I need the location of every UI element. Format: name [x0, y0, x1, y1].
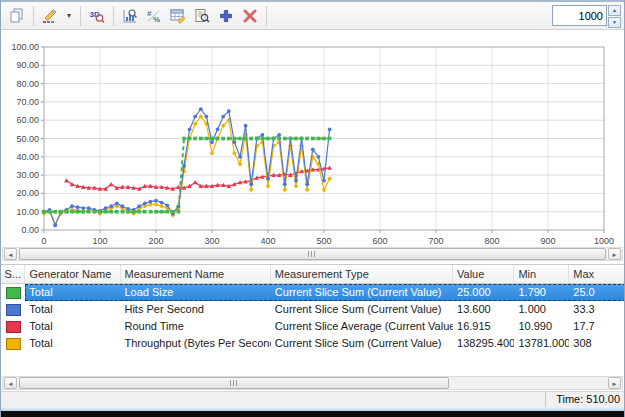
series-color-swatch: [6, 287, 21, 299]
toolbar-separator: [33, 6, 34, 26]
window-frame-bottom: [1, 411, 624, 417]
svg-text:30.00: 30.00: [16, 170, 39, 180]
cell-generator-name: Total: [25, 318, 120, 335]
svg-text:700: 700: [428, 236, 443, 246]
status-time: Time: 510.00: [545, 392, 624, 408]
toolbar: ▾ 3D # %: [1, 2, 624, 30]
svg-text:100: 100: [92, 236, 107, 246]
chart-hscrollbar[interactable]: ◄ ►: [2, 247, 623, 261]
cell-generator-name: Total: [25, 335, 120, 352]
svg-text:50.00: 50.00: [16, 134, 39, 144]
chart-scrollbar-track[interactable]: [18, 248, 607, 260]
table-scrollbar-track[interactable]: [18, 377, 607, 389]
column-header-measurement-type[interactable]: Measurement Type: [271, 265, 453, 283]
scroll-right-icon[interactable]: ►: [608, 377, 621, 389]
table-header: S... Generator Name Measurement Name Mea…: [1, 265, 625, 284]
series-color-swatch: [6, 304, 21, 316]
svg-text:800: 800: [484, 236, 499, 246]
cell-max: 308: [569, 335, 625, 352]
cell-value: 16.915: [453, 318, 514, 335]
svg-text:300: 300: [204, 236, 219, 246]
svg-text:10.00: 10.00: [16, 207, 39, 217]
svg-text:20.00: 20.00: [16, 188, 39, 198]
column-header-scale[interactable]: S...: [1, 265, 25, 283]
chart-zoom-icon[interactable]: [119, 5, 141, 27]
table-scrollbar-thumb[interactable]: [19, 377, 449, 389]
series-color-swatch: [6, 338, 21, 350]
range-spinner-input[interactable]: [552, 5, 607, 26]
cell-max: 33.3: [569, 301, 625, 318]
chevron-down-icon[interactable]: ▾: [63, 5, 75, 27]
column-header-value[interactable]: Value: [453, 265, 514, 283]
cell-scale: [1, 284, 25, 301]
svg-text:500: 500: [316, 236, 331, 246]
svg-text:80.00: 80.00: [16, 79, 39, 89]
svg-text:60.00: 60.00: [16, 115, 39, 125]
table-row[interactable]: TotalLoad SizeCurrent Slice Sum (Current…: [1, 284, 625, 301]
cell-scale: [1, 335, 25, 352]
cell-measurement-type: Current Slice Sum (Current Value): [271, 301, 453, 318]
status-bar: Time: 510.00: [1, 391, 625, 407]
toolbar-separator: [113, 6, 114, 26]
cell-min: 10.990: [514, 318, 569, 335]
table-row[interactable]: TotalHits Per SecondCurrent Slice Sum (C…: [1, 301, 625, 318]
cell-scale: [1, 318, 25, 335]
toolbar-separator: [266, 6, 267, 26]
chart-panel: 0.0010.0020.0030.0040.0050.0060.0070.008…: [1, 30, 625, 246]
svg-text:1000: 1000: [594, 236, 614, 246]
table-hscrollbar[interactable]: ◄ ►: [2, 376, 623, 390]
cell-measurement-type: Current Slice Sum (Current Value): [271, 284, 453, 301]
svg-text:%: %: [153, 15, 160, 24]
svg-text:0: 0: [41, 236, 46, 246]
cell-value: 138295.400: [453, 335, 514, 352]
cell-generator-name: Total: [25, 301, 120, 318]
cell-min: 13781.000: [514, 335, 569, 352]
delete-icon[interactable]: [239, 5, 261, 27]
table-row[interactable]: TotalThroughput (Bytes Per Second)Curren…: [1, 335, 625, 352]
series-color-swatch: [6, 321, 21, 333]
svg-text:200: 200: [148, 236, 163, 246]
column-header-measurement-name[interactable]: Measurement Name: [121, 265, 271, 283]
scroll-right-icon[interactable]: ►: [608, 248, 621, 260]
cell-scale: [1, 301, 25, 318]
cell-min: 1.000: [514, 301, 569, 318]
scrollbar-grip: [308, 251, 317, 257]
column-header-min[interactable]: Min: [514, 265, 569, 283]
toolbar-separator: [80, 6, 81, 26]
svg-text:900: 900: [540, 236, 555, 246]
cell-measurement-name: Round Time: [120, 318, 270, 335]
cell-generator-name: Total: [25, 284, 120, 301]
measurement-monitor-window: ▾ 3D # %: [0, 0, 625, 417]
measurements-table: S... Generator Name Measurement Name Mea…: [1, 264, 625, 376]
column-header-max[interactable]: Max: [569, 265, 625, 283]
edit-chart-icon[interactable]: [39, 5, 61, 27]
copy-icon[interactable]: [6, 5, 28, 27]
column-header-generator-name[interactable]: Generator Name: [25, 265, 120, 283]
svg-text:90.00: 90.00: [16, 60, 39, 70]
spinner-down-icon[interactable]: ▼: [608, 17, 621, 28]
cell-value: 13.600: [453, 301, 514, 318]
scrollbar-grip: [230, 380, 239, 386]
zoom-3d-icon[interactable]: 3D: [86, 5, 108, 27]
svg-text:40.00: 40.00: [16, 152, 39, 162]
svg-text:400: 400: [260, 236, 275, 246]
number-format-icon[interactable]: # %: [143, 5, 165, 27]
svg-text:600: 600: [372, 236, 387, 246]
cell-measurement-type: Current Slice Sum (Current Value): [271, 335, 453, 352]
cell-measurement-name: Throughput (Bytes Per Second): [120, 335, 270, 352]
preview-icon[interactable]: [191, 5, 213, 27]
chart-scrollbar-thumb[interactable]: [19, 248, 606, 260]
measurements-line-chart[interactable]: 0.0010.0020.0030.0040.0050.0060.0070.008…: [1, 30, 625, 246]
svg-text:#: #: [147, 9, 152, 18]
add-icon[interactable]: [215, 5, 237, 27]
spinner-up-icon[interactable]: ▲: [608, 5, 621, 16]
cell-value: 25.000: [453, 284, 514, 301]
edit-table-icon[interactable]: [167, 5, 189, 27]
cell-min: 1.790: [514, 284, 569, 301]
range-spinner: ▲ ▼: [552, 5, 621, 26]
table-row[interactable]: TotalRound TimeCurrent Slice Average (Cu…: [1, 318, 625, 335]
scroll-left-icon[interactable]: ◄: [4, 248, 17, 260]
scroll-left-icon[interactable]: ◄: [4, 377, 17, 389]
cell-max: 17.7: [569, 318, 625, 335]
svg-text:70.00: 70.00: [16, 97, 39, 107]
